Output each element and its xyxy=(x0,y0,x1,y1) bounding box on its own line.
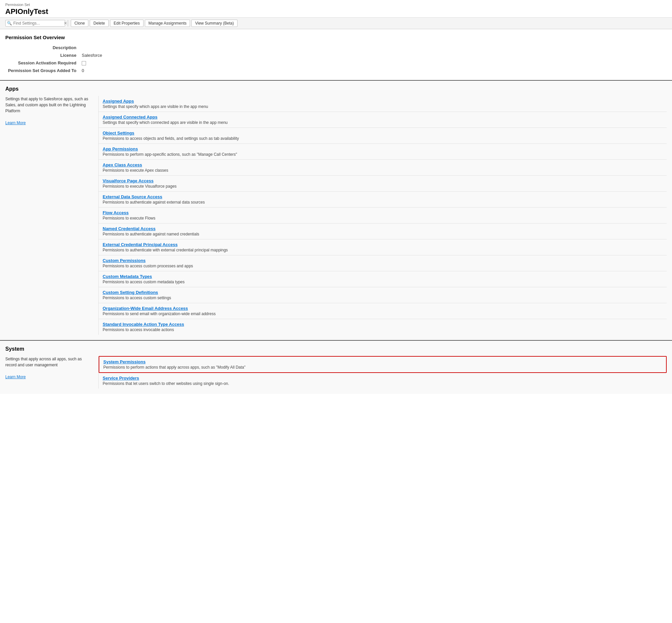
edit-properties-button[interactable]: Edit Properties xyxy=(110,20,144,27)
table-row: Apex Class Access Permissions to execute… xyxy=(99,160,667,176)
setting-desc: Permissions to authenticate against name… xyxy=(103,232,663,236)
page-title: APIOnlyTest xyxy=(5,7,667,16)
setting-desc: Permissions to access custom processes a… xyxy=(103,264,663,268)
overview-row-description: Description xyxy=(6,44,666,51)
overview-label-license: License xyxy=(6,52,79,59)
setting-link[interactable]: Named Credential Access xyxy=(103,226,155,231)
setting-link[interactable]: Organization-Wide Email Address Access xyxy=(103,306,188,311)
setting-desc: Settings that specify which apps are vis… xyxy=(103,104,663,109)
overview-value-session xyxy=(80,59,666,66)
overview-label-description: Description xyxy=(6,44,79,51)
overview-table: Description License Salesforce Session A… xyxy=(5,43,667,75)
system-learn-more-link[interactable]: Learn More xyxy=(5,375,26,379)
apps-section-right: Assigned Apps Settings that specify whic… xyxy=(98,96,667,335)
system-section-right: System Permissions Permissions to perfor… xyxy=(98,356,667,389)
table-row: Organization-Wide Email Address Access P… xyxy=(99,303,667,319)
overview-value-license: Salesforce xyxy=(80,52,666,59)
search-input[interactable] xyxy=(13,21,63,26)
table-row: Assigned Connected Apps Settings that sp… xyxy=(99,112,667,128)
setting-desc: Permissions to authenticate with externa… xyxy=(103,248,663,253)
setting-desc: Permissions to access objects and fields… xyxy=(103,136,663,141)
apps-section: Apps Settings that apply to Salesforce a… xyxy=(0,80,672,340)
apps-section-left: Settings that apply to Salesforce apps, … xyxy=(5,96,98,335)
session-checkbox[interactable] xyxy=(82,61,86,65)
search-wrap[interactable]: 🔍 ✕ xyxy=(5,20,65,27)
clone-button[interactable]: Clone xyxy=(71,20,88,27)
setting-link[interactable]: Object Settings xyxy=(103,130,134,136)
delete-button[interactable]: Delete xyxy=(90,20,109,27)
table-row: Flow Access Permissions to execute Flows xyxy=(99,208,667,224)
apps-section-title: Apps xyxy=(5,86,667,92)
setting-link[interactable]: Visualforce Page Access xyxy=(103,178,153,183)
overview-row-groups: Permission Set Groups Added To 0 xyxy=(6,67,666,74)
table-row: Standard Invocable Action Type Access Pe… xyxy=(99,319,667,335)
system-section-body: Settings that apply across all apps, suc… xyxy=(5,356,667,389)
setting-desc: Permissions to authenticate against exte… xyxy=(103,200,663,205)
setting-link[interactable]: System Permissions xyxy=(103,359,146,364)
manage-assignments-button[interactable]: Manage Assignments xyxy=(145,20,191,27)
table-row: External Credential Principal Access Per… xyxy=(99,239,667,256)
setting-link[interactable]: External Credential Principal Access xyxy=(103,242,178,247)
page-header: Permission Set APIOnlyTest xyxy=(0,0,672,18)
setting-link[interactable]: Custom Permissions xyxy=(103,258,146,263)
overview-section: Permission Set Overview Description Lice… xyxy=(5,34,667,75)
table-row: Visualforce Page Access Permissions to e… xyxy=(99,176,667,191)
table-row: App Permissions Permissions to perform a… xyxy=(99,144,667,160)
setting-desc: Permissions to send email with organizat… xyxy=(103,312,663,316)
setting-desc: Permissions to access custom metadata ty… xyxy=(103,279,663,284)
setting-link[interactable]: External Data Source Access xyxy=(103,194,162,199)
toolbar: 🔍 ✕ Clone Delete Edit Properties Manage … xyxy=(0,18,672,29)
overview-label-groups: Permission Set Groups Added To xyxy=(6,67,79,74)
setting-link[interactable]: Standard Invocable Action Type Access xyxy=(103,322,184,327)
setting-link[interactable]: Custom Setting Definitions xyxy=(103,290,158,295)
table-row: Custom Permissions Permissions to access… xyxy=(99,256,667,271)
setting-desc: Permissions to perform app-specific acti… xyxy=(103,152,663,157)
overview-row-license: License Salesforce xyxy=(6,52,666,59)
setting-desc: Permissions to perform actions that appl… xyxy=(103,365,662,369)
setting-link[interactable]: Custom Metadata Types xyxy=(103,274,152,279)
setting-link[interactable]: Assigned Apps xyxy=(103,99,134,103)
overview-row-session: Session Activation Required xyxy=(6,59,666,66)
apps-section-description: Settings that apply to Salesforce apps, … xyxy=(5,96,92,114)
table-row: Custom Metadata Types Permissions to acc… xyxy=(99,271,667,287)
apps-section-body: Settings that apply to Salesforce apps, … xyxy=(5,96,667,335)
search-icon: 🔍 xyxy=(7,21,12,26)
table-row: Assigned Apps Settings that specify whic… xyxy=(99,96,667,112)
overview-label-session: Session Activation Required xyxy=(6,59,79,66)
setting-link[interactable]: App Permissions xyxy=(103,146,138,151)
setting-desc: Permissions to access invocable actions xyxy=(103,327,663,332)
setting-link[interactable]: Apex Class Access xyxy=(103,162,142,167)
breadcrumb: Permission Set xyxy=(5,3,667,7)
setting-desc: Permissions to access custom settings xyxy=(103,296,663,300)
setting-desc: Permissions to execute Visualforce pages xyxy=(103,184,663,189)
system-section-left: Settings that apply across all apps, suc… xyxy=(5,356,98,389)
apps-learn-more-link[interactable]: Learn More xyxy=(5,121,26,125)
overview-section-title: Permission Set Overview xyxy=(5,34,667,40)
setting-desc: Permissions to execute Apex classes xyxy=(103,168,663,173)
setting-link[interactable]: Assigned Connected Apps xyxy=(103,115,157,120)
system-section-description: Settings that apply across all apps, suc… xyxy=(5,356,92,368)
table-row: External Data Source Access Permissions … xyxy=(99,191,667,208)
setting-desc: Settings that specify which connected ap… xyxy=(103,120,663,125)
system-section: System Settings that apply across all ap… xyxy=(0,340,672,394)
table-row: Service Providers Permissions that let u… xyxy=(99,373,667,389)
table-row: System Permissions Permissions to perfor… xyxy=(99,356,667,373)
table-row: Named Credential Access Permissions to a… xyxy=(99,224,667,239)
toolbar-divider xyxy=(68,20,68,27)
setting-desc: Permissions that let users switch to oth… xyxy=(103,381,663,386)
overview-value-groups: 0 xyxy=(80,67,666,74)
overview-value-description xyxy=(80,44,666,51)
view-summary-button[interactable]: View Summary (Beta) xyxy=(191,20,237,27)
search-clear-icon[interactable]: ✕ xyxy=(63,21,68,26)
setting-link[interactable]: Service Providers xyxy=(103,376,139,381)
table-row: Object Settings Permissions to access ob… xyxy=(99,128,667,144)
setting-link[interactable]: Flow Access xyxy=(103,210,128,215)
table-row: Custom Setting Definitions Permissions t… xyxy=(99,287,667,303)
setting-desc: Permissions to execute Flows xyxy=(103,216,663,220)
system-section-title: System xyxy=(5,346,667,352)
